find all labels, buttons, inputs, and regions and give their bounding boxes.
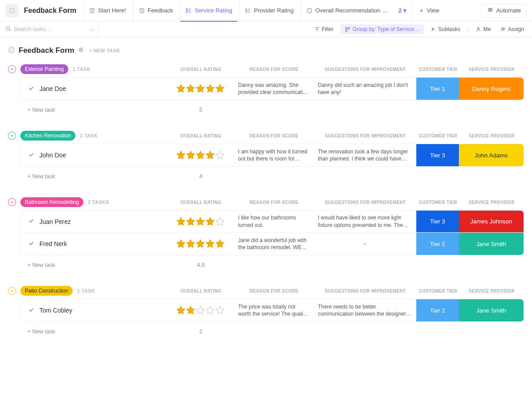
- tier-cell[interactable]: Tier 3: [416, 144, 459, 166]
- status-circle-icon[interactable]: [8, 47, 15, 55]
- svg-rect-9: [308, 8, 311, 12]
- suggestions-cell[interactable]: The renovation took a few days longer th…: [313, 144, 416, 166]
- settings-square-icon[interactable]: [5, 4, 19, 17]
- task-row[interactable]: Tom Cobley The price was totally not wor…: [21, 299, 524, 321]
- new-task-header-button[interactable]: + NEW TASK: [89, 48, 120, 53]
- more-tabs-count[interactable]: 2 ▾: [395, 7, 410, 14]
- subtasks-button[interactable]: Subtasks: [428, 24, 463, 34]
- star-filled-icon: [186, 150, 196, 160]
- collapse-toggle[interactable]: [8, 132, 16, 140]
- task-group: Patio Construction 1 TASK OVERALL RATING…: [8, 285, 524, 339]
- check-icon[interactable]: [28, 152, 34, 159]
- rating-cell[interactable]: [167, 211, 234, 232]
- col-header-reason[interactable]: REASON FOR SCORE: [234, 133, 314, 138]
- col-header-suggestions[interactable]: SUGGESTIONS FOR IMPROVEMENT: [314, 133, 417, 138]
- task-row[interactable]: Juan Perez I like how our bathrooms turn…: [21, 211, 524, 233]
- task-name-cell[interactable]: John Doe: [21, 144, 167, 166]
- provider-cell[interactable]: Danny Rogers: [459, 78, 524, 100]
- task-name-cell[interactable]: Juan Perez: [21, 211, 167, 232]
- collapse-toggle[interactable]: [8, 198, 16, 206]
- group-by-button[interactable]: Group by: Type of Service…: [340, 24, 424, 34]
- add-view-button[interactable]: ＋ View: [412, 0, 446, 21]
- col-header-rating[interactable]: OVERALL RATING: [168, 67, 234, 72]
- reason-cell[interactable]: Jane did a wonderful job with the bathro…: [234, 233, 313, 255]
- col-header-tier[interactable]: CUSTOMER TIER: [417, 133, 459, 138]
- tab-feedback[interactable]: Feedback: [133, 0, 178, 21]
- check-icon[interactable]: [28, 240, 34, 248]
- check-icon[interactable]: [28, 307, 34, 314]
- assign-button[interactable]: Assign: [498, 24, 527, 34]
- task-group: Bathroom Remodelling 2 TASKS OVERALL RAT…: [8, 196, 524, 272]
- group-badge[interactable]: Patio Construction: [20, 286, 73, 296]
- rating-cell[interactable]: [167, 78, 234, 100]
- new-task-row-button[interactable]: + New task: [20, 329, 168, 335]
- task-name-cell[interactable]: Fred Nerk: [21, 233, 167, 255]
- task-row[interactable]: John Doe I am happy with how it turned o…: [21, 144, 524, 166]
- col-header-rating[interactable]: OVERALL RATING: [168, 200, 234, 205]
- col-header-suggestions[interactable]: SUGGESTIONS FOR IMPROVEMENT: [314, 289, 417, 293]
- col-header-provider[interactable]: SERVICE PROVIDER: [459, 133, 524, 138]
- rating-cell[interactable]: [167, 233, 234, 255]
- tier-cell[interactable]: Tier 1: [416, 78, 459, 100]
- new-task-row-button[interactable]: + New task: [20, 173, 168, 180]
- check-icon[interactable]: [28, 218, 34, 225]
- reason-cell[interactable]: The price was totally not worth the serv…: [234, 299, 313, 321]
- task-name: John Doe: [39, 152, 66, 159]
- rating-cell[interactable]: [167, 144, 234, 166]
- group-badge[interactable]: Bathroom Remodelling: [20, 197, 83, 207]
- reason-cell[interactable]: Danny was amazing. She provided clear co…: [234, 78, 313, 100]
- group-badge[interactable]: Exterior Painting: [20, 64, 68, 74]
- col-header-rating[interactable]: OVERALL RATING: [168, 133, 234, 138]
- rating-cell[interactable]: [167, 299, 234, 321]
- task-group: Kitchen Renovation 1 TASK OVERALL RATING…: [8, 129, 524, 184]
- tab-overall-recommendation[interactable]: Overall Recommendation …: [301, 0, 393, 21]
- task-row[interactable]: Fred Nerk Jane did a wonderful job with …: [21, 233, 524, 255]
- star-empty-icon: [196, 305, 205, 315]
- task-name-cell[interactable]: Jane Doe: [21, 78, 167, 100]
- check-icon[interactable]: [28, 85, 34, 93]
- collapse-toggle[interactable]: [8, 65, 16, 73]
- filter-button[interactable]: Filter: [312, 24, 336, 34]
- group-badge[interactable]: Kitchen Renovation: [20, 131, 75, 141]
- provider-cell[interactable]: Jane Smith: [459, 233, 524, 255]
- col-header-reason[interactable]: REASON FOR SCORE: [234, 289, 314, 293]
- tier-cell[interactable]: Tier 2: [416, 233, 459, 255]
- col-header-reason[interactable]: REASON FOR SCORE: [234, 67, 314, 72]
- tab-provider-rating[interactable]: Provider Rating: [239, 0, 299, 21]
- star-filled-icon: [196, 239, 205, 249]
- new-task-row-button[interactable]: + New task: [20, 262, 168, 268]
- col-header-tier[interactable]: CUSTOMER TIER: [417, 67, 459, 72]
- suggestions-cell[interactable]: –: [313, 233, 416, 255]
- col-header-tier[interactable]: CUSTOMER TIER: [417, 289, 459, 293]
- col-header-provider[interactable]: SERVICE PROVIDER: [459, 200, 524, 205]
- col-header-suggestions[interactable]: SUGGESTIONS FOR IMPROVEMENT: [314, 67, 417, 72]
- provider-cell[interactable]: John Adams: [459, 144, 524, 166]
- suggestions-cell[interactable]: There needs to be better communication b…: [313, 299, 416, 321]
- col-header-reason[interactable]: REASON FOR SCORE: [234, 200, 314, 205]
- suggestions-cell[interactable]: Danny did such an amazing job I don't ha…: [313, 78, 416, 100]
- tier-cell[interactable]: Tier 3: [416, 211, 459, 232]
- reason-cell[interactable]: I am happy with how it turned out but th…: [234, 144, 313, 166]
- new-task-row-button[interactable]: + New task: [20, 107, 168, 113]
- col-header-provider[interactable]: SERVICE PROVIDER: [459, 67, 524, 72]
- tab-service-rating[interactable]: Service Rating: [180, 0, 238, 21]
- svg-point-21: [78, 47, 83, 52]
- provider-cell[interactable]: Jane Smith: [459, 299, 524, 321]
- suggestions-cell[interactable]: I would have liked to see more light fix…: [313, 211, 416, 232]
- tier-cell[interactable]: Tier 2: [416, 299, 459, 321]
- task-row[interactable]: Jane Doe Danny was amazing. She provided…: [21, 78, 524, 100]
- col-header-provider[interactable]: SERVICE PROVIDER: [459, 289, 524, 293]
- col-header-tier[interactable]: CUSTOMER TIER: [417, 200, 459, 205]
- automate-button[interactable]: Automate: [481, 4, 527, 18]
- search-input[interactable]: [14, 26, 87, 32]
- collapse-toggle[interactable]: [8, 287, 16, 295]
- col-header-suggestions[interactable]: SUGGESTIONS FOR IMPROVEMENT: [314, 200, 417, 205]
- reason-cell[interactable]: I like how our bathrooms turned out.: [234, 211, 313, 232]
- provider-cell[interactable]: James Johnson: [459, 211, 524, 232]
- task-name-cell[interactable]: Tom Cobley: [21, 299, 167, 321]
- chevron-down-icon[interactable]: ⌄: [90, 26, 98, 32]
- me-button[interactable]: Me: [473, 24, 493, 34]
- tab-start-here[interactable]: Start Here!: [83, 0, 131, 21]
- info-icon[interactable]: [78, 47, 84, 54]
- col-header-rating[interactable]: OVERALL RATING: [168, 289, 234, 293]
